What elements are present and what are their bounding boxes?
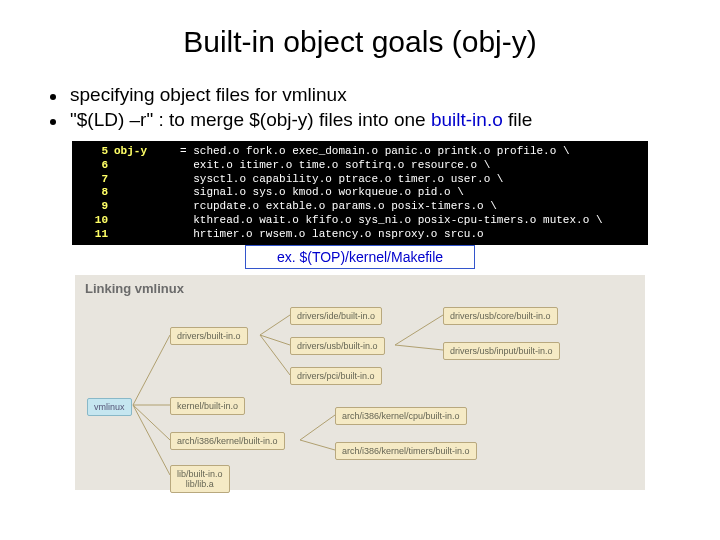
code-text: signal.o sys.o kmod.o workqueue.o pid.o … [114,186,464,200]
code-linenum: 11 [80,228,114,242]
code-text: obj-y = sched.o fork.o exec_domain.o pan… [114,145,569,159]
bullet-highlight: built-in.o [431,109,503,130]
code-linenum: 9 [80,200,114,214]
code-linenum: 7 [80,173,114,187]
svg-line-7 [300,415,335,440]
code-text: hrtimer.o rwsem.o latency.o nsproxy.o sr… [114,228,484,242]
bullet-item: specifying object files for vmlinux [40,84,680,106]
node-usb-core: drivers/usb/core/built-in.o [443,307,558,325]
node-usb-input: drivers/usb/input/built-in.o [443,342,560,360]
bullet-text: "$(LD) –r" : to merge $(obj-y) files int… [70,109,532,131]
code-text: sysctl.o capability.o ptrace.o timer.o u… [114,173,503,187]
bullet-dot-icon [50,94,56,100]
node-vmlinux: vmlinux [87,398,132,416]
svg-line-9 [395,315,443,345]
bullet-text-post: file [503,109,533,130]
linking-diagram: Linking vmlinux vmlinux drivers/built-in… [75,275,645,490]
svg-line-3 [133,405,170,475]
svg-line-8 [300,440,335,450]
node-arch-cpu: arch/i386/kernel/cpu/built-in.o [335,407,467,425]
svg-line-6 [260,335,290,375]
svg-line-4 [260,315,290,335]
code-linenum: 8 [80,186,114,200]
bullet-text-pre: "$(LD) –r" : to merge $(obj-y) files int… [70,109,431,130]
bullet-text: specifying object files for vmlinux [70,84,347,106]
code-text: exit.o itimer.o time.o softirq.o resourc… [114,159,490,173]
node-drivers-ide: drivers/ide/built-in.o [290,307,382,325]
svg-line-0 [133,335,170,405]
bullet-list: specifying object files for vmlinux "$(L… [40,84,680,131]
node-arch-timers: arch/i386/kernel/timers/built-in.o [335,442,477,460]
code-text: kthread.o wait.o kfifo.o sys_ni.o posix-… [114,214,602,228]
page-title: Built-in object goals (obj-y) [40,25,680,59]
bullet-dot-icon [50,119,56,125]
svg-line-2 [133,405,170,440]
bullet-item: "$(LD) –r" : to merge $(obj-y) files int… [40,109,680,131]
code-block: 5obj-y = sched.o fork.o exec_domain.o pa… [72,141,648,245]
node-drivers-pci: drivers/pci/built-in.o [290,367,382,385]
node-arch-kernel-builtin: arch/i386/kernel/built-in.o [170,432,285,450]
node-lib-builtin: lib/built-in.o lib/lib.a [170,465,230,493]
code-keyword: obj-y [114,145,147,157]
node-kernel-builtin: kernel/built-in.o [170,397,245,415]
code-linenum: 5 [80,145,114,159]
svg-line-5 [260,335,290,345]
svg-line-10 [395,345,443,350]
node-drivers-builtin: drivers/built-in.o [170,327,248,345]
code-linenum: 6 [80,159,114,173]
code-caption: ex. $(TOP)/kernel/Makefile [245,245,475,269]
code-linenum: 10 [80,214,114,228]
node-drivers-usb: drivers/usb/built-in.o [290,337,385,355]
code-text: rcupdate.o extable.o params.o posix-time… [114,200,497,214]
